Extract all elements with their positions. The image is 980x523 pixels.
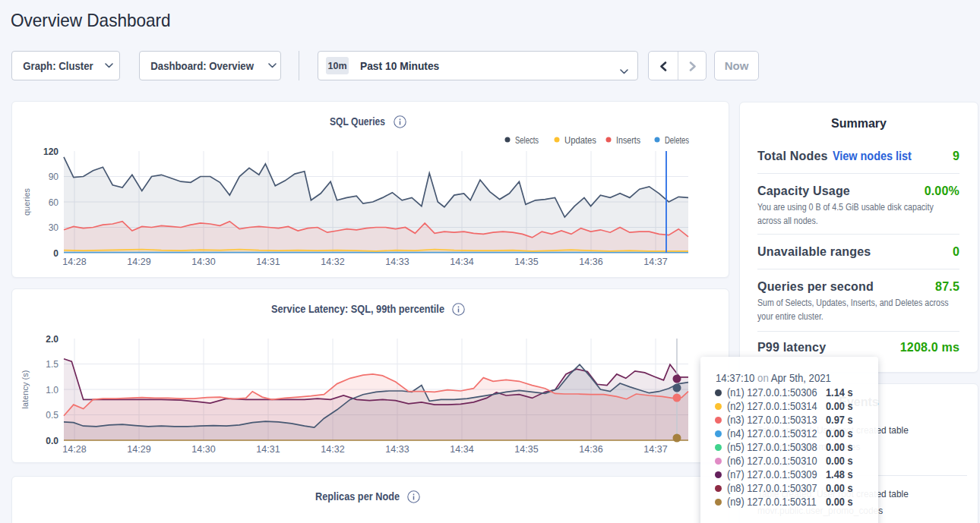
svg-text:14:35: 14:35 xyxy=(514,444,538,455)
svg-text:14:30: 14:30 xyxy=(191,257,215,267)
svg-text:Inserts: Inserts xyxy=(616,135,640,146)
svg-text:14:34: 14:34 xyxy=(450,257,473,267)
svg-text:14:37: 14:37 xyxy=(643,257,667,267)
svg-text:0.0: 0.0 xyxy=(46,436,58,446)
svg-text:14:28: 14:28 xyxy=(62,257,86,267)
svg-text:30: 30 xyxy=(49,222,59,233)
svg-text:14:29: 14:29 xyxy=(127,444,150,455)
svg-text:14:33: 14:33 xyxy=(385,257,409,267)
svg-text:120: 120 xyxy=(43,147,58,157)
svg-text:14:31: 14:31 xyxy=(256,444,280,455)
svg-text:14:30: 14:30 xyxy=(191,444,215,455)
svg-text:14:29: 14:29 xyxy=(127,257,150,267)
svg-text:Updates: Updates xyxy=(564,135,596,146)
svg-text:1.0: 1.0 xyxy=(46,385,58,395)
svg-text:14:33: 14:33 xyxy=(385,444,409,455)
svg-text:queries: queries xyxy=(22,187,31,216)
svg-text:14:32: 14:32 xyxy=(321,257,344,267)
svg-text:1.5: 1.5 xyxy=(46,359,58,370)
svg-text:2.0: 2.0 xyxy=(46,334,58,345)
svg-text:Selects: Selects xyxy=(515,135,539,146)
svg-text:Replicas per Node: Replicas per Node xyxy=(315,490,400,503)
svg-text:14:34: 14:34 xyxy=(450,444,473,455)
svg-text:14:35: 14:35 xyxy=(514,257,538,267)
svg-text:14:32: 14:32 xyxy=(321,444,344,455)
svg-text:14:31: 14:31 xyxy=(256,257,280,267)
svg-text:14:37: 14:37 xyxy=(643,444,667,455)
svg-text:90: 90 xyxy=(49,172,59,182)
svg-text:0: 0 xyxy=(53,248,58,259)
svg-text:latency (s): latency (s) xyxy=(21,370,30,409)
svg-text:60: 60 xyxy=(49,197,59,208)
svg-text:0.5: 0.5 xyxy=(46,410,58,421)
svg-text:14:28: 14:28 xyxy=(62,444,86,455)
svg-text:14:36: 14:36 xyxy=(579,444,602,455)
svg-text:14:36: 14:36 xyxy=(579,257,602,267)
svg-text:Deletes: Deletes xyxy=(665,135,689,146)
